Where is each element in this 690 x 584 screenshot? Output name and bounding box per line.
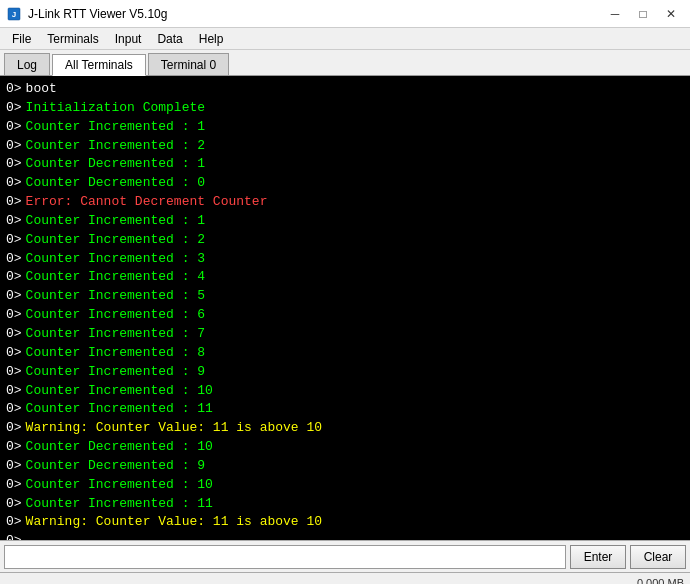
terminal-line: 0>Counter Incremented : 10 xyxy=(6,476,684,495)
title-bar-controls: ─ □ ✕ xyxy=(602,4,684,24)
terminal-message: Counter Incremented : 10 xyxy=(26,382,213,401)
maximize-button[interactable]: □ xyxy=(630,4,656,24)
terminal-message: Counter Decremented : 1 xyxy=(26,155,205,174)
terminal-message: Error: Cannot Decrement Counter xyxy=(26,193,268,212)
menu-data[interactable]: Data xyxy=(149,30,190,48)
terminal-message: Counter Incremented : 1 xyxy=(26,212,205,231)
terminal-message: Counter Decremented : 10 xyxy=(26,438,213,457)
terminal-line: 0>Counter Incremented : 2 xyxy=(6,231,684,250)
terminal-line: 0>Counter Incremented : 11 xyxy=(6,400,684,419)
terminal-message: Warning: Counter Value: 11 is above 10 xyxy=(26,513,322,532)
terminal-line: 0>Counter Incremented : 7 xyxy=(6,325,684,344)
terminal-prompt: 0> xyxy=(6,363,22,382)
menu-bar: File Terminals Input Data Help xyxy=(0,28,690,50)
terminal-message: boot xyxy=(26,80,57,99)
terminal-prompt: 0> xyxy=(6,250,22,269)
terminal-message: Counter Incremented : 2 xyxy=(26,137,205,156)
svg-text:J: J xyxy=(12,10,16,19)
terminal-message: Counter Incremented : 4 xyxy=(26,268,205,287)
terminal-message: Counter Decremented : 0 xyxy=(26,174,205,193)
terminal-line: 0>Counter Decremented : 1 xyxy=(6,155,684,174)
terminal-message: Counter Incremented : 11 xyxy=(26,400,213,419)
terminal-line: 0>Warning: Counter Value: 11 is above 10 xyxy=(6,513,684,532)
terminal-prompt: 0> xyxy=(6,155,22,174)
terminal-message: Counter Incremented : 2 xyxy=(26,231,205,250)
terminal-prompt: 0> xyxy=(6,137,22,156)
terminal-prompt: 0> xyxy=(6,382,22,401)
terminal-prompt: 0> xyxy=(6,99,22,118)
terminal-message: Counter Incremented : 6 xyxy=(26,306,205,325)
terminal-line: 0>Warning: Counter Value: 11 is above 10 xyxy=(6,419,684,438)
enter-button[interactable]: Enter xyxy=(570,545,626,569)
menu-help[interactable]: Help xyxy=(191,30,232,48)
terminal-prompt: 0> xyxy=(6,400,22,419)
terminal-prompt: 0> xyxy=(6,325,22,344)
terminal-prompt: 0> xyxy=(6,513,22,532)
terminal-line: 0>Counter Incremented : 8 xyxy=(6,344,684,363)
terminal-message: Counter Incremented : 11 xyxy=(26,495,213,514)
terminal-prompt: 0> xyxy=(6,495,22,514)
app-icon: J xyxy=(6,6,22,22)
terminal-prompt: 0> xyxy=(6,212,22,231)
terminal-message: Counter Incremented : 3 xyxy=(26,250,205,269)
close-button[interactable]: ✕ xyxy=(658,4,684,24)
terminal-message: Counter Incremented : 5 xyxy=(26,287,205,306)
terminal-prompt: 0> xyxy=(6,438,22,457)
status-bar: 0.000 MB xyxy=(0,572,690,584)
title-bar-left: J J-Link RTT Viewer V5.10g xyxy=(6,6,167,22)
terminal-message: Counter Incremented : 10 xyxy=(26,476,213,495)
memory-status: 0.000 MB xyxy=(637,577,684,585)
terminal-prompt: 0> xyxy=(6,476,22,495)
terminal-line: 0>boot xyxy=(6,80,684,99)
clear-button[interactable]: Clear xyxy=(630,545,686,569)
terminal-message: Initialization Complete xyxy=(26,99,205,118)
bottom-bar: Enter Clear xyxy=(0,540,690,572)
terminal-prompt: 0> xyxy=(6,344,22,363)
tab-log[interactable]: Log xyxy=(4,53,50,75)
terminal-line: 0>Counter Incremented : 6 xyxy=(6,306,684,325)
tab-terminal-0[interactable]: Terminal 0 xyxy=(148,53,229,75)
terminal-prompt: 0> xyxy=(6,287,22,306)
minimize-button[interactable]: ─ xyxy=(602,4,628,24)
terminal-line: 0>Initialization Complete xyxy=(6,99,684,118)
terminal-line: 0> xyxy=(6,532,684,540)
terminal-message: Warning: Counter Value: 11 is above 10 xyxy=(26,419,322,438)
menu-input[interactable]: Input xyxy=(107,30,150,48)
terminal-prompt: 0> xyxy=(6,268,22,287)
title-bar: J J-Link RTT Viewer V5.10g ─ □ ✕ xyxy=(0,0,690,28)
terminal-prompt: 0> xyxy=(6,118,22,137)
terminal-message: Counter Decremented : 9 xyxy=(26,457,205,476)
terminal-line: 0>Counter Incremented : 9 xyxy=(6,363,684,382)
terminal-message: Counter Incremented : 7 xyxy=(26,325,205,344)
terminal-message: Counter Incremented : 8 xyxy=(26,344,205,363)
terminal-prompt: 0> xyxy=(6,80,22,99)
terminal-line: 0>Error: Cannot Decrement Counter xyxy=(6,193,684,212)
terminal-message: Counter Incremented : 1 xyxy=(26,118,205,137)
menu-terminals[interactable]: Terminals xyxy=(39,30,106,48)
terminal-prompt: 0> xyxy=(6,193,22,212)
terminal-line: 0>Counter Decremented : 0 xyxy=(6,174,684,193)
terminal-line: 0>Counter Incremented : 11 xyxy=(6,495,684,514)
terminal-prompt: 0> xyxy=(6,174,22,193)
terminal-line: 0>Counter Incremented : 3 xyxy=(6,250,684,269)
terminal-prompt: 0> xyxy=(6,457,22,476)
terminal-prompt: 0> xyxy=(6,231,22,250)
terminal-line: 0>Counter Incremented : 10 xyxy=(6,382,684,401)
terminal-line: 0>Counter Decremented : 9 xyxy=(6,457,684,476)
terminal-prompt: 0> xyxy=(6,306,22,325)
terminal-output[interactable]: 0>boot0>Initialization Complete0>Counter… xyxy=(0,76,690,540)
window-title: J-Link RTT Viewer V5.10g xyxy=(28,7,167,21)
terminal-message: Counter Incremented : 9 xyxy=(26,363,205,382)
terminal-line: 0>Counter Incremented : 4 xyxy=(6,268,684,287)
tab-bar: Log All Terminals Terminal 0 xyxy=(0,50,690,76)
terminal-line: 0>Counter Incremented : 2 xyxy=(6,137,684,156)
terminal-line: 0>Counter Decremented : 10 xyxy=(6,438,684,457)
terminal-prompt: 0> xyxy=(6,419,22,438)
command-input[interactable] xyxy=(4,545,566,569)
terminal-line: 0>Counter Incremented : 1 xyxy=(6,118,684,137)
terminal-line: 0>Counter Incremented : 1 xyxy=(6,212,684,231)
menu-file[interactable]: File xyxy=(4,30,39,48)
terminal-window: 0>boot0>Initialization Complete0>Counter… xyxy=(0,76,690,540)
terminal-line: 0>Counter Incremented : 5 xyxy=(6,287,684,306)
tab-all-terminals[interactable]: All Terminals xyxy=(52,54,146,76)
